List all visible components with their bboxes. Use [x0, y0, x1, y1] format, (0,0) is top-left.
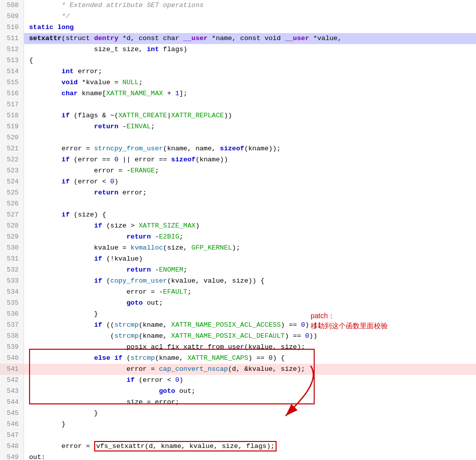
line-code-541: error = cap_convert_nscap(d, &kvalue, si…	[24, 364, 476, 375]
line-code-535: goto out;	[24, 298, 476, 309]
line-num-535: 535	[0, 298, 24, 309]
line-547: 547	[0, 430, 476, 441]
line-num-544: 544	[0, 397, 24, 408]
line-code-518: if (flags & ~(XATTR_CREATE|XATTR_REPLACE…	[24, 110, 476, 121]
line-523: 523 error = -ERANGE;	[0, 165, 476, 176]
line-536: 536 }	[0, 309, 476, 320]
line-num-520: 520	[0, 132, 24, 143]
line-code-521: error = strncpy_from_user(kname, name, s…	[24, 143, 476, 154]
annotation-patch: patch：	[311, 312, 335, 320]
line-num-541: 541	[0, 364, 24, 375]
line-num-536: 536	[0, 309, 24, 320]
line-num-531: 531	[0, 254, 24, 265]
line-code-519: return -EINVAL;	[24, 121, 476, 132]
line-code-510: static long	[24, 22, 476, 33]
line-num-519: 519	[0, 121, 24, 132]
line-num-540: 540	[0, 353, 24, 364]
line-527: 527 if (size) {	[0, 209, 476, 220]
line-code-525: return error;	[24, 187, 476, 198]
line-code-512: size_t size, int flags)	[24, 44, 476, 55]
line-num-529: 529	[0, 232, 24, 243]
line-num-548: 548	[0, 441, 24, 452]
line-num-543: 543	[0, 386, 24, 397]
line-548: 548 error = vfs_setxattr(d, kname, kvalu…	[0, 441, 476, 452]
line-code-533: if (copy_from_user(kvalue, value, size))…	[24, 276, 476, 287]
line-511: 511 setxattr(struct dentry *d, const cha…	[0, 33, 476, 44]
line-code-538: (strcmp(kname, XATTR_NAME_POSIX_ACL_DEFA…	[24, 331, 476, 342]
line-code-516: char kname[XATTR_NAME_MAX + 1];	[24, 88, 476, 99]
line-538: 538 (strcmp(kname, XATTR_NAME_POSIX_ACL_…	[0, 331, 476, 342]
line-num-518: 518	[0, 110, 24, 121]
line-num-537: 537	[0, 320, 24, 331]
line-549: 549 out:	[0, 452, 476, 460]
line-525: 525 return error;	[0, 187, 476, 198]
line-num-522: 522	[0, 154, 24, 165]
annotation-arrow	[271, 361, 371, 426]
line-540: 540 else if (strcmp(kname, XATTR_NAME_CA…	[0, 353, 476, 364]
line-num-515: 515	[0, 77, 24, 88]
line-520: 520	[0, 132, 476, 143]
line-code-532: return -ENOMEM;	[24, 265, 476, 276]
line-code-514: int error;	[24, 66, 476, 77]
line-542: 542 if (error < 0)	[0, 375, 476, 386]
line-code-524: if (error < 0)	[24, 176, 476, 187]
line-512: 512 size_t size, int flags)	[0, 44, 476, 55]
line-num-534: 534	[0, 287, 24, 298]
line-515: 515 void *kvalue = NULL;	[0, 77, 476, 88]
line-code-509: */	[24, 11, 476, 22]
line-546: 546 }	[0, 419, 476, 430]
code-container: 508 * Extended attribute SET operations …	[0, 0, 476, 460]
line-num-513: 513	[0, 55, 24, 66]
line-543: 543 goto out;	[0, 386, 476, 397]
line-code-508: * Extended attribute SET operations	[24, 0, 476, 11]
line-num-517: 517	[0, 99, 24, 110]
line-code-536: }	[24, 309, 476, 320]
line-num-509: 509	[0, 11, 24, 22]
line-num-542: 542	[0, 375, 24, 386]
line-509: 509 */	[0, 11, 476, 22]
line-num-514: 514	[0, 66, 24, 77]
line-num-512: 512	[0, 44, 24, 55]
line-code-539: posix acl fix xattr from user(kvalue, si…	[24, 342, 476, 353]
line-code-529: return -E2BIG;	[24, 232, 476, 243]
line-528: 528 if (size > XATTR_SIZE_MAX)	[0, 220, 476, 232]
line-code-544: size = error;	[24, 397, 476, 408]
line-num-510: 510	[0, 22, 24, 33]
line-code-546: }	[24, 419, 476, 430]
line-num-545: 545	[0, 408, 24, 419]
line-num-547: 547	[0, 430, 24, 441]
line-545: 545 }	[0, 408, 476, 419]
line-num-508: 508	[0, 0, 24, 11]
annotation-desc: 移动到这个函数里面校验	[311, 322, 388, 330]
line-516: 516 char kname[XATTR_NAME_MAX + 1];	[0, 88, 476, 99]
line-513: 513 {	[0, 55, 476, 66]
annotation-label: patch： 移动到这个函数里面校验	[311, 311, 388, 331]
line-num-530: 530	[0, 243, 24, 254]
line-517: 517	[0, 99, 476, 110]
line-526: 526	[0, 198, 476, 209]
line-code-542: if (error < 0)	[24, 375, 476, 386]
line-code-528: if (size > XATTR_SIZE_MAX)	[24, 220, 476, 232]
line-508: 508 * Extended attribute SET operations	[0, 0, 476, 11]
line-code-534: error = -EFAULT;	[24, 287, 476, 298]
line-code-515: void *kvalue = NULL;	[24, 77, 476, 88]
line-num-533: 533	[0, 276, 24, 287]
line-529: 529 return -E2BIG;	[0, 232, 476, 243]
line-num-523: 523	[0, 165, 24, 176]
line-num-525: 525	[0, 187, 24, 198]
line-code-540: else if (strcmp(kname, XATTR_NAME_CAPS) …	[24, 353, 476, 364]
line-544: 544 size = error;	[0, 397, 476, 408]
line-num-516: 516	[0, 88, 24, 99]
line-code-530: kvalue = kvmalloc(size, GFP_KERNEL);	[24, 243, 476, 254]
line-num-528: 528	[0, 220, 24, 232]
line-519: 519 return -EINVAL;	[0, 121, 476, 132]
line-code-527: if (size) {	[24, 209, 476, 220]
line-533: 533 if (copy_from_user(kvalue, value, si…	[0, 276, 476, 287]
line-530: 530 kvalue = kvmalloc(size, GFP_KERNEL);	[0, 243, 476, 254]
line-532: 532 return -ENOMEM;	[0, 265, 476, 276]
line-518: 518 if (flags & ~(XATTR_CREATE|XATTR_REP…	[0, 110, 476, 121]
line-num-538: 538	[0, 331, 24, 342]
line-code-537: if ((strcmp(kname, XATTR_NAME_POSIX_ACL_…	[24, 320, 476, 331]
line-code-523: error = -ERANGE;	[24, 165, 476, 176]
line-num-549: 549	[0, 452, 24, 460]
